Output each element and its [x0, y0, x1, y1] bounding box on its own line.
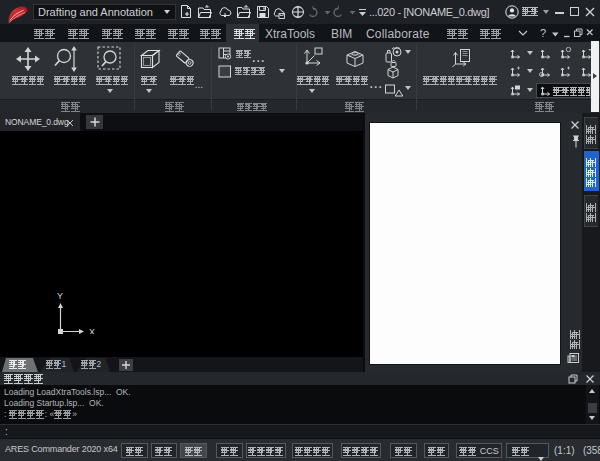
svg-text:?: ?	[540, 27, 546, 39]
svg-text:X: X	[89, 327, 95, 334]
svg-text:Y: Y	[57, 291, 63, 301]
